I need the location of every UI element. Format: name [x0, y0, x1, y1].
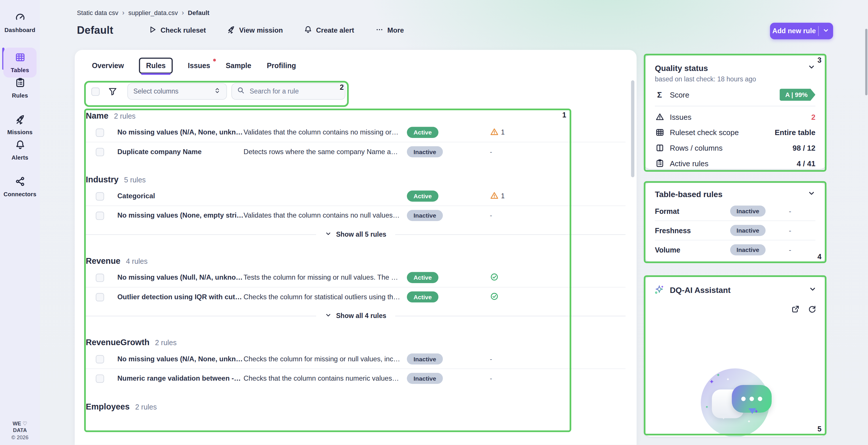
sidebar-item-tables[interactable]: Tables [3, 48, 37, 78]
table-grid-icon [655, 128, 664, 137]
warning-icon [655, 113, 664, 121]
rule-row[interactable]: No missing values (Null, N/A, unknown) T… [86, 268, 626, 287]
rule-row[interactable]: Outlier detection using IQR with cutoff … [86, 287, 626, 306]
issues-row: Issues 2 [655, 109, 815, 125]
table-rule-row[interactable]: Freshness Inactive - [655, 220, 815, 240]
last-check-text: based on last check: 18 hours ago [655, 75, 815, 83]
row-checkbox[interactable] [96, 273, 104, 281]
sidebar: Dashboard Tables Rules Missions Alerts [0, 0, 40, 445]
create-alert-button[interactable]: Create alert [304, 25, 354, 35]
table-rule-row[interactable]: Format Inactive - [655, 202, 815, 220]
status-badge: Inactive [407, 373, 443, 384]
rule-row[interactable]: Numeric range validation between -1.0 a.… [86, 368, 626, 388]
card-title: Quality status [655, 64, 708, 73]
collapse-card-button[interactable] [808, 63, 815, 73]
active-rules-row: Active rules 4 / 41 [655, 155, 815, 171]
tab-rules[interactable]: Rules [139, 57, 173, 73]
sidebar-item-missions[interactable]: Missions [0, 114, 40, 135]
copyright: © 2026 [0, 434, 40, 442]
score-label: Score [670, 91, 774, 99]
bell-icon [304, 25, 312, 35]
rule-description: Validates that the column contains no nu… [244, 211, 407, 219]
group-name: Employees [86, 402, 130, 411]
active-rules-label: Active rules [670, 159, 791, 168]
breadcrumb-item[interactable]: supplier_data.csv [128, 9, 178, 16]
show-all-rules-button[interactable]: Show all 5 rules [86, 226, 626, 243]
tab-overview[interactable]: Overview [91, 60, 125, 70]
row-checkbox[interactable] [96, 355, 104, 363]
row-checkbox[interactable] [96, 192, 104, 200]
rules-toolbar: Select columns [86, 81, 637, 102]
reset-icon[interactable] [808, 305, 817, 316]
sidebar-item-label: Rules [12, 92, 28, 99]
check-ruleset-button[interactable]: Check ruleset [148, 25, 206, 35]
rule-description: Checks the column for missing or null va… [244, 355, 407, 363]
rule-row[interactable]: Duplicate company Name Detects rows wher… [86, 142, 626, 161]
table-detail-panel: Overview Rules Issues Sample Profiling S… [75, 50, 637, 445]
group-name: Name [86, 111, 108, 120]
row-checkbox[interactable] [96, 148, 104, 156]
add-rule-dropdown[interactable] [818, 26, 833, 36]
rule-row[interactable]: Categorical Active 1 [86, 187, 626, 205]
collapse-card-button[interactable] [808, 189, 815, 200]
gauge-icon [15, 12, 25, 25]
rule-group-header: Revenue 4 rules [86, 256, 626, 268]
filter-icon[interactable] [108, 87, 117, 96]
open-external-icon[interactable] [791, 305, 800, 316]
select-columns-dropdown[interactable]: Select columns [127, 83, 227, 100]
panel-scrollbar-thumb[interactable] [631, 80, 634, 177]
rule-group-header: RevenueGrowth 2 rules [86, 337, 626, 350]
app-window: Dashboard Tables Rules Missions Alerts [0, 0, 868, 445]
brand-footer: WE ♡ DATA © 2026 [0, 420, 40, 442]
select-all-checkbox[interactable] [91, 87, 100, 95]
brand-line: WE ♡ [0, 420, 40, 427]
table-rule-row[interactable]: Volume Inactive - [655, 240, 815, 259]
row-checkbox[interactable] [96, 293, 104, 301]
status-badge: Active [407, 190, 438, 202]
breadcrumb-item[interactable]: Static data csv [77, 9, 119, 16]
no-result-dash: - [490, 148, 492, 156]
rule-row[interactable]: No missing values (N/A, None, unknown) C… [86, 350, 626, 368]
add-new-rule-button[interactable]: Add new rule [770, 23, 833, 39]
rule-name: No missing values (Null, N/A, unknown) [117, 274, 244, 281]
dq-ai-assistant-card: DQ-AI Assistant [644, 277, 826, 437]
view-mission-button[interactable]: View mission [227, 25, 283, 35]
tab-bar: Overview Rules Issues Sample Profiling [75, 50, 637, 73]
table-rule-label: Volume [655, 245, 721, 254]
tab-sample[interactable]: Sample [225, 60, 252, 70]
status-badge: Inactive [407, 146, 443, 157]
active-rules-value: 4 / 41 [797, 159, 815, 168]
group-name: Industry [86, 175, 119, 184]
no-result-dash: - [490, 355, 492, 363]
rules-list: Name 2 rules No missing values (N/A, Non… [75, 102, 637, 414]
sidebar-item-connectors[interactable]: Connectors [0, 176, 40, 197]
sidebar-item-dashboard[interactable]: Dashboard [0, 12, 40, 33]
collapse-card-button[interactable] [809, 286, 817, 296]
divider [655, 106, 815, 107]
sidebar-item-rules[interactable]: Rules [0, 78, 40, 99]
chevron-down-icon [808, 63, 815, 73]
no-result-dash: - [789, 245, 791, 254]
sparkle [747, 419, 750, 424]
row-checkbox[interactable] [96, 128, 104, 137]
ellipsis-icon [375, 25, 383, 35]
rule-row[interactable]: No missing values (N/A, None, unknown) V… [86, 123, 626, 142]
sidebar-item-label: Dashboard [5, 27, 35, 33]
tab-issues[interactable]: Issues [187, 60, 211, 70]
window-scrollbar-thumb[interactable] [865, 29, 867, 95]
clipboard-icon [15, 78, 25, 90]
quality-status-card: Quality status based on last check: 18 h… [644, 55, 826, 169]
row-checkbox[interactable] [96, 211, 104, 219]
row-checkbox[interactable] [96, 374, 104, 383]
table-icon [15, 52, 25, 65]
chevron-down-icon [809, 286, 817, 296]
rule-row[interactable]: No missing values (None, empty string) V… [86, 205, 626, 225]
button-label: Add new rule [770, 27, 818, 35]
more-button[interactable]: More [375, 25, 404, 35]
show-all-rules-button[interactable]: Show all 4 rules [86, 307, 626, 324]
share-network-icon [15, 176, 25, 189]
rule-search-input[interactable] [249, 87, 339, 96]
sparkle-icon [654, 285, 665, 296]
tab-profiling[interactable]: Profiling [266, 60, 297, 70]
sidebar-item-alerts[interactable]: Alerts [0, 140, 40, 161]
